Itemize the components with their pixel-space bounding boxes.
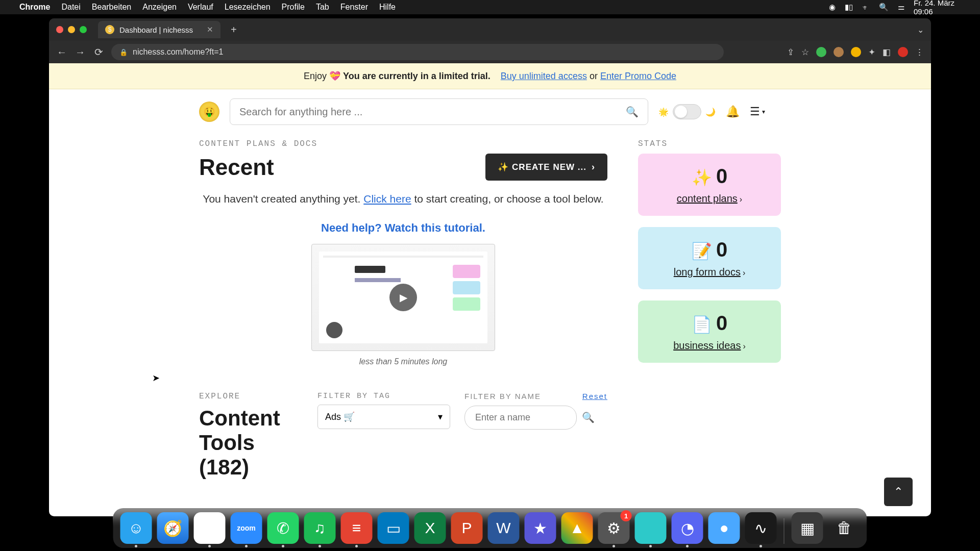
- page-icon: 📄: [692, 315, 712, 334]
- tutorial-heading[interactable]: Need help? Watch this tutorial.: [199, 221, 607, 235]
- new-tab-button[interactable]: +: [226, 22, 242, 38]
- running-indicator: [612, 545, 615, 547]
- main-menu-button[interactable]: ☰ ▾: [750, 105, 765, 118]
- macos-dock: ☺🧭◉zoom✆♫≡▭XPW★▲⚙1◔●∿▦🗑: [113, 508, 867, 548]
- search-icon[interactable]: 🔍: [879, 3, 889, 12]
- filter-name-label: FILTER BY NAME: [464, 392, 541, 400]
- record-icon[interactable]: ◉: [829, 3, 836, 12]
- banner-or: or: [590, 71, 600, 81]
- sidepanel-icon[interactable]: ◧: [883, 47, 891, 58]
- stat-value: 0: [716, 312, 727, 334]
- filter-tag-select[interactable]: Ads 🛒 ▾: [317, 405, 450, 429]
- extension-icon-1[interactable]: [816, 47, 826, 57]
- address-bar[interactable]: 🔒 nichesss.com/home?ft=1: [111, 44, 724, 60]
- dock-app-zoom[interactable]: zoom: [231, 512, 262, 544]
- forward-button[interactable]: →: [75, 46, 86, 58]
- dock-app-chrome[interactable]: ◉: [194, 512, 226, 544]
- browser-tab[interactable]: $ Dashboard | nichesss ✕: [98, 21, 220, 38]
- dock-app-discord[interactable]: ◔: [672, 512, 703, 544]
- notifications-bell-icon[interactable]: 🔔: [726, 105, 740, 118]
- battery-icon[interactable]: ▮▯: [845, 3, 853, 12]
- menu-fenster[interactable]: Fenster: [340, 3, 368, 12]
- menubar-app-name[interactable]: Chrome: [19, 3, 50, 12]
- dock-app-app-teal[interactable]: [635, 512, 667, 544]
- minimize-window-button[interactable]: [68, 26, 75, 33]
- maximize-window-button[interactable]: [80, 26, 87, 33]
- dock-app-spotify[interactable]: ♫: [304, 512, 336, 544]
- business-ideas-link[interactable]: business ideas›: [647, 340, 772, 352]
- app-logo[interactable]: 🤑: [199, 102, 219, 122]
- dock-app-imovie[interactable]: ★: [525, 512, 556, 544]
- menu-tab[interactable]: Tab: [316, 3, 329, 12]
- dock-app-browser2[interactable]: ●: [708, 512, 740, 544]
- theme-toggle[interactable]: [673, 104, 701, 119]
- search-icon[interactable]: 🔍: [626, 106, 639, 118]
- filter-name-input[interactable]: [464, 406, 577, 430]
- menu-lesezeichen[interactable]: Lesezeichen: [225, 3, 271, 12]
- dock-trash[interactable]: 🗑: [828, 512, 860, 544]
- reset-link[interactable]: Reset: [582, 392, 607, 400]
- dock-app-finder[interactable]: ☺: [120, 512, 152, 544]
- menu-bearbeiten[interactable]: Bearbeiten: [92, 3, 131, 12]
- trial-banner: Enjoy 💝 You are currently in a limited t…: [49, 63, 931, 89]
- filter-search-icon[interactable]: 🔍: [582, 411, 595, 423]
- search-input[interactable]: [239, 106, 626, 118]
- play-icon: ▶: [389, 284, 417, 311]
- dock-app-voice[interactable]: ∿: [745, 512, 777, 544]
- close-tab-icon[interactable]: ✕: [207, 25, 213, 34]
- stat-card-business-ideas: 📄0 business ideas›: [638, 300, 781, 363]
- section-eyebrow: CONTENT PLANS & DOCS: [199, 139, 607, 148]
- running-indicator: [760, 545, 762, 547]
- reload-button[interactable]: ⟳: [93, 46, 104, 58]
- page-content: Enjoy 💝 You are currently in a limited t…: [49, 63, 931, 516]
- app-topbar: 🤑 🔍 🌟 🌙 🔔 ☰ ▾: [199, 98, 781, 125]
- sparkle-icon: ✨: [692, 168, 712, 187]
- dock-app-trello[interactable]: ▭: [378, 512, 409, 544]
- menu-datei[interactable]: Datei: [61, 3, 80, 12]
- running-indicator: [282, 545, 284, 547]
- menu-anzeigen[interactable]: Anzeigen: [142, 3, 177, 12]
- dock-app-drive[interactable]: ▲: [561, 512, 593, 544]
- chrome-menu-icon[interactable]: ⋮: [915, 47, 924, 58]
- tabs-dropdown-icon[interactable]: ⌄: [917, 25, 924, 35]
- menu-verlauf[interactable]: Verlauf: [188, 3, 213, 12]
- control-center-icon[interactable]: ⚌: [898, 3, 904, 12]
- filter-tag-value: Ads 🛒: [325, 411, 355, 422]
- long-form-docs-link[interactable]: long form docs›: [647, 266, 772, 278]
- extension-icon-3[interactable]: [851, 47, 861, 57]
- profile-avatar[interactable]: [898, 47, 908, 57]
- menu-profile[interactable]: Profile: [282, 3, 305, 12]
- wifi-icon[interactable]: ᯤ: [862, 3, 870, 12]
- badge: 1: [621, 510, 632, 521]
- extension-icon-2[interactable]: [834, 47, 844, 57]
- close-window-button[interactable]: [56, 26, 63, 33]
- dock-app-powerpoint[interactable]: P: [451, 512, 483, 544]
- promo-code-link[interactable]: Enter Promo Code: [600, 71, 676, 81]
- search-box[interactable]: 🔍: [230, 98, 648, 125]
- buy-access-link[interactable]: Buy unlimited access: [501, 71, 587, 81]
- bookmark-star-icon[interactable]: ☆: [801, 47, 809, 58]
- banner-bold: You are currently in a limited trial.: [343, 71, 491, 81]
- tutorial-video-thumbnail[interactable]: ▶: [311, 244, 495, 351]
- dock-app-whatsapp[interactable]: ✆: [267, 512, 299, 544]
- explore-eyebrow: EXPLORE: [199, 392, 303, 401]
- share-icon[interactable]: ⇪: [787, 47, 794, 58]
- scroll-to-top-button[interactable]: ⌃: [884, 478, 913, 506]
- filter-tag-label: FILTER BY TAG: [317, 392, 450, 400]
- dock-app-word[interactable]: W: [488, 512, 520, 544]
- dock-app-settings[interactable]: ⚙1: [598, 512, 630, 544]
- back-button[interactable]: ←: [56, 46, 67, 58]
- dock-app-safari[interactable]: 🧭: [157, 512, 189, 544]
- lock-icon: 🔒: [119, 48, 128, 56]
- tab-favicon: $: [105, 25, 114, 34]
- dock-app-excel[interactable]: X: [414, 512, 446, 544]
- menubar-clock[interactable]: Fr. 24. März 09:06: [914, 0, 972, 16]
- menu-hilfe[interactable]: Hilfe: [379, 3, 396, 12]
- click-here-link[interactable]: Click here: [363, 193, 411, 205]
- create-new-button[interactable]: ✨ CREATE NEW ... ›: [485, 154, 607, 181]
- content-plans-link[interactable]: content plans›: [647, 193, 772, 205]
- dock-app-grid[interactable]: ▦: [792, 512, 823, 544]
- dock-app-todoist[interactable]: ≡: [341, 512, 373, 544]
- extensions-puzzle-icon[interactable]: ✦: [868, 47, 875, 58]
- running-indicator: [135, 545, 137, 547]
